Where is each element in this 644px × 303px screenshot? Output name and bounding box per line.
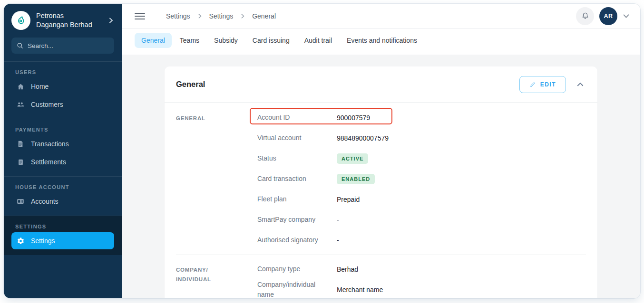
card-transaction-badge: ENABLED bbox=[337, 174, 375, 184]
sidebar-section-house-account: HOUSE ACCOUNT Accounts bbox=[4, 176, 122, 216]
field-row-authorised-signatory: Authorised signatory - bbox=[257, 230, 586, 250]
sidebar-item-label: Settings bbox=[31, 237, 55, 245]
section-company-individual: COMPANY/ INDIVIDUAL Company type Berhad … bbox=[176, 259, 586, 298]
sidebar-search[interactable] bbox=[11, 38, 114, 54]
app-window: Petronas Dagangan Berhad USERS Home bbox=[4, 4, 640, 298]
chevron-right-icon bbox=[240, 13, 245, 19]
field-row-company-type: Company type Berhad bbox=[257, 259, 586, 279]
tab-card-issuing[interactable]: Card issuing bbox=[246, 33, 296, 48]
hamburger-menu-icon[interactable] bbox=[135, 13, 145, 19]
chevron-right-icon bbox=[197, 13, 203, 19]
search-input[interactable] bbox=[28, 42, 109, 49]
sidebar-item-transactions[interactable]: Transactions bbox=[11, 135, 114, 152]
org-switcher[interactable]: Petronas Dagangan Berhad bbox=[4, 4, 122, 35]
pencil-icon bbox=[529, 81, 536, 88]
section-header: HOUSE ACCOUNT bbox=[15, 184, 110, 190]
avatar[interactable]: AR bbox=[599, 7, 617, 25]
notifications-button[interactable] bbox=[576, 7, 594, 25]
breadcrumb: Settings Settings General bbox=[166, 12, 276, 20]
field-row-status: Status ACTIVE bbox=[257, 148, 586, 169]
sidebar-item-settings[interactable]: Settings bbox=[11, 232, 114, 249]
section-divider bbox=[176, 255, 586, 255]
main-area: Settings Settings General AR bbox=[122, 4, 640, 298]
edit-button[interactable]: EDIT bbox=[519, 76, 566, 93]
content-area: General EDIT bbox=[122, 55, 640, 298]
tab-general[interactable]: General bbox=[135, 33, 172, 48]
sidebar-item-accounts[interactable]: Accounts bbox=[11, 193, 114, 210]
field-row-company-name: Company/individual name Merchant name bbox=[257, 279, 586, 298]
section-general: GENERAL Account ID 900007579 Virtual acc… bbox=[176, 107, 586, 250]
breadcrumb-item[interactable]: Settings bbox=[209, 12, 234, 20]
field-row-virtual-account: Virtual account 98848900007579 bbox=[257, 128, 586, 148]
section-header: PAYMENTS bbox=[15, 127, 110, 133]
sidebar-section-users: USERS Home Customers bbox=[4, 61, 122, 119]
section-label: COMPANY/ INDIVIDUAL bbox=[176, 259, 238, 298]
sidebar-item-label: Settlements bbox=[31, 158, 66, 166]
breadcrumb-item[interactable]: Settings bbox=[166, 12, 190, 20]
status-badge: ACTIVE bbox=[337, 153, 368, 164]
sidebar-filler bbox=[4, 255, 122, 298]
gear-icon bbox=[16, 237, 25, 245]
card-title: General bbox=[176, 80, 205, 89]
top-bar: Settings Settings General AR bbox=[122, 4, 640, 28]
sidebar-item-label: Customers bbox=[31, 101, 63, 108]
petronas-logo-icon bbox=[11, 11, 30, 30]
customers-icon bbox=[16, 100, 25, 109]
tab-audit-trail[interactable]: Audit trail bbox=[298, 33, 339, 48]
tab-teams[interactable]: Teams bbox=[173, 33, 206, 48]
sidebar-section-settings: SETTINGS Settings bbox=[4, 216, 122, 255]
org-name: Petronas Dagangan Berhad bbox=[36, 11, 102, 29]
accounts-icon bbox=[16, 197, 25, 206]
transactions-icon bbox=[16, 140, 25, 148]
general-card: General EDIT bbox=[165, 66, 597, 298]
sidebar-item-settlements[interactable]: Settlements bbox=[11, 153, 114, 170]
chevron-down-icon[interactable] bbox=[623, 12, 630, 19]
sidebar-item-home[interactable]: Home bbox=[11, 78, 114, 95]
section-label: GENERAL bbox=[176, 107, 238, 250]
field-row-smartpay-company: SmartPay company - bbox=[257, 209, 586, 230]
sidebar: Petronas Dagangan Berhad USERS Home bbox=[4, 4, 122, 298]
field-row-fleet-plan: Fleet plan Prepaid bbox=[257, 189, 586, 209]
card-header: General EDIT bbox=[165, 66, 597, 103]
sidebar-section-payments: PAYMENTS Transactions Settlemen bbox=[4, 119, 122, 176]
topbar-actions: AR bbox=[576, 7, 630, 25]
section-header: SETTINGS bbox=[15, 224, 110, 229]
field-row-account-id: Account ID 900007579 bbox=[257, 107, 586, 128]
tab-events-and-notifications[interactable]: Events and notifications bbox=[340, 33, 424, 48]
collapse-button[interactable] bbox=[575, 79, 586, 90]
settlements-icon bbox=[16, 158, 25, 166]
field-row-card-transaction: Card transaction ENABLED bbox=[257, 169, 586, 189]
chevron-right-icon bbox=[107, 17, 114, 24]
tab-subsidy[interactable]: Subsidy bbox=[207, 33, 244, 48]
sidebar-item-label: Accounts bbox=[31, 198, 59, 205]
card-body: GENERAL Account ID 900007579 Virtual acc… bbox=[165, 103, 597, 298]
sidebar-item-label: Transactions bbox=[31, 140, 69, 148]
section-header: USERS bbox=[15, 69, 110, 75]
sidebar-item-label: Home bbox=[31, 83, 49, 90]
bell-icon bbox=[581, 11, 590, 20]
chevron-up-icon bbox=[576, 81, 584, 88]
sidebar-item-customers[interactable]: Customers bbox=[11, 96, 114, 113]
home-icon bbox=[16, 82, 25, 91]
edit-button-label: EDIT bbox=[540, 81, 556, 88]
search-icon bbox=[17, 42, 23, 49]
breadcrumb-item[interactable]: General bbox=[252, 12, 276, 20]
settings-tabs: General Teams Subsidy Card issuing Audit… bbox=[122, 28, 640, 55]
